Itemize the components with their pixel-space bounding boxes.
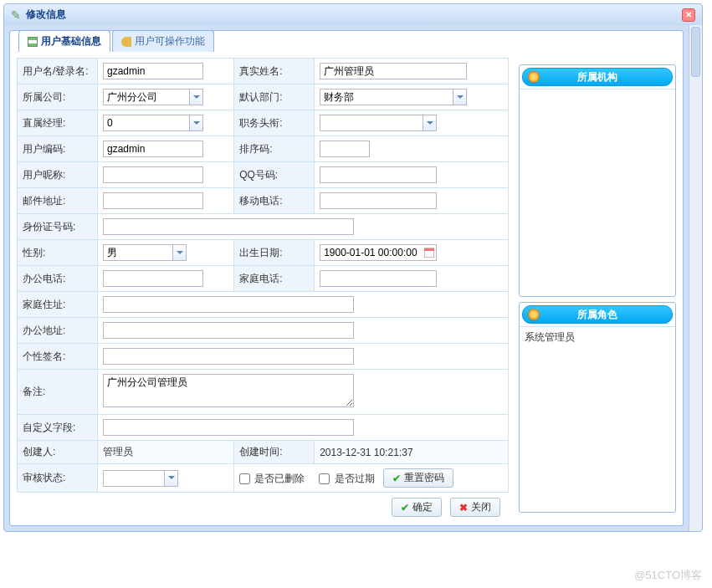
realname-input[interactable] (320, 63, 467, 79)
label-home-phone: 家庭电话: (234, 266, 315, 292)
tab-user-ops[interactable]: 用户可操作功能 (112, 30, 214, 52)
tab-basic-info[interactable]: 用户基础信息 (18, 30, 110, 52)
gender-combo[interactable] (103, 244, 172, 261)
company-combo[interactable] (103, 89, 189, 105)
default-dept-combo[interactable] (320, 89, 453, 105)
email-input[interactable] (103, 192, 203, 209)
usercode-input[interactable] (103, 141, 203, 157)
org-panel: 所属机构 (519, 64, 676, 297)
ok-button[interactable]: ✔确定 (392, 498, 442, 517)
sortcode-input[interactable] (320, 141, 370, 157)
dialog-buttons: ✔确定 ✖关闭 (17, 493, 509, 519)
label-mobile: 移动电话: (234, 188, 315, 214)
office-phone-input[interactable] (103, 270, 203, 287)
key-icon (121, 37, 131, 47)
username-input[interactable] (103, 63, 203, 79)
org-panel-title: 所属机构 (577, 70, 617, 84)
role-list[interactable]: 系统管理员 (520, 326, 675, 512)
role-panel-title: 所属角色 (577, 308, 617, 322)
label-username: 用户名/登录名: (18, 59, 98, 84)
label-default-dept: 默认部门: (234, 84, 315, 110)
manager-combo[interactable] (103, 115, 189, 131)
role-panel: 所属角色 系统管理员 (519, 302, 676, 513)
check-icon: ✔ (401, 502, 409, 514)
check-icon: ✔ (392, 473, 401, 484)
label-sortcode: 排序码: (234, 136, 315, 162)
create-time-value: 2013-12-31 10:21:37 (315, 441, 509, 464)
label-office-addr: 办公地址: (18, 318, 98, 344)
x-icon: ✖ (459, 502, 468, 514)
label-custom: 自定义字段: (18, 415, 98, 441)
chevron-down-icon[interactable] (164, 470, 178, 487)
chevron-down-icon[interactable] (189, 89, 203, 105)
birthday-input[interactable] (320, 244, 423, 261)
nickname-input[interactable] (103, 166, 203, 183)
qq-input[interactable] (320, 166, 437, 183)
label-title: 职务头衔: (234, 110, 315, 136)
close-button[interactable]: ✖关闭 (450, 498, 500, 517)
is-expired-checkbox[interactable]: 是否过期 (319, 473, 374, 484)
label-gender: 性别: (18, 240, 98, 266)
label-create-time: 创建时间: (234, 441, 315, 464)
tab-strip: 用户基础信息 用户可操作功能 (18, 30, 216, 52)
remark-textarea[interactable]: 广州分公司管理员 (103, 374, 354, 407)
label-email: 邮件地址: (18, 188, 98, 214)
role-panel-header: 所属角色 (522, 305, 673, 324)
label-company: 所属公司: (18, 84, 98, 110)
chevron-down-icon[interactable] (423, 115, 437, 131)
org-panel-header: 所属机构 (522, 68, 673, 86)
star-icon (528, 309, 540, 320)
edit-dialog: ✎ 修改信息 ✕ 用户基础信息 用户可操作功能 用户名/登录名 (3, 3, 703, 532)
user-form: 用户名/登录名: 真实姓名: 所属公司: 默认部门: 直属经理: (17, 58, 509, 493)
grid-icon (28, 37, 38, 47)
label-signature: 个性签名: (18, 344, 98, 370)
org-list[interactable] (520, 89, 675, 296)
star-icon (528, 71, 540, 83)
tab-label: 用户可操作功能 (135, 34, 205, 49)
edit-icon: ✎ (11, 9, 23, 21)
tab-label: 用户基础信息 (41, 34, 101, 49)
chevron-down-icon[interactable] (189, 115, 203, 131)
label-audit-status: 审核状态: (18, 464, 98, 493)
is-deleted-checkbox[interactable]: 是否已删除 (239, 473, 305, 484)
label-nickname: 用户昵称: (18, 162, 98, 188)
creator-value: 管理员 (98, 441, 234, 464)
label-home-addr: 家庭住址: (18, 292, 98, 318)
form-panel: 用户基础信息 用户可操作功能 用户名/登录名: 真实姓名: (9, 30, 684, 526)
label-qq: QQ号码: (234, 162, 315, 188)
label-birthday: 出生日期: (234, 240, 315, 266)
reset-password-button[interactable]: ✔重置密码 (383, 468, 453, 488)
mobile-input[interactable] (320, 192, 437, 209)
label-realname: 真实姓名: (234, 59, 315, 84)
custom-input[interactable] (103, 419, 354, 436)
label-manager: 直属经理: (18, 110, 98, 136)
window-title: 修改信息 (26, 8, 66, 22)
chevron-down-icon[interactable] (172, 244, 187, 261)
label-usercode: 用户编码: (18, 136, 98, 162)
chevron-down-icon[interactable] (453, 89, 467, 105)
list-item[interactable]: 系统管理员 (525, 330, 670, 345)
close-icon[interactable]: ✕ (682, 8, 695, 22)
titlebar[interactable]: ✎ 修改信息 ✕ (4, 4, 702, 25)
signature-input[interactable] (103, 348, 354, 365)
audit-status-combo[interactable] (103, 470, 164, 487)
scroll-thumb[interactable] (691, 27, 700, 77)
title-combo[interactable] (320, 115, 423, 131)
home-addr-input[interactable] (103, 296, 354, 313)
calendar-icon[interactable] (423, 244, 437, 261)
vertical-scrollbar[interactable] (689, 25, 702, 531)
label-remark: 备注: (18, 370, 98, 415)
idcard-input[interactable] (103, 218, 354, 235)
label-office-phone: 办公电话: (18, 266, 98, 292)
label-creator: 创建人: (18, 441, 98, 464)
office-addr-input[interactable] (103, 322, 354, 339)
svg-rect-1 (424, 248, 434, 251)
home-phone-input[interactable] (320, 270, 437, 287)
label-idcard: 身份证号码: (18, 214, 98, 240)
